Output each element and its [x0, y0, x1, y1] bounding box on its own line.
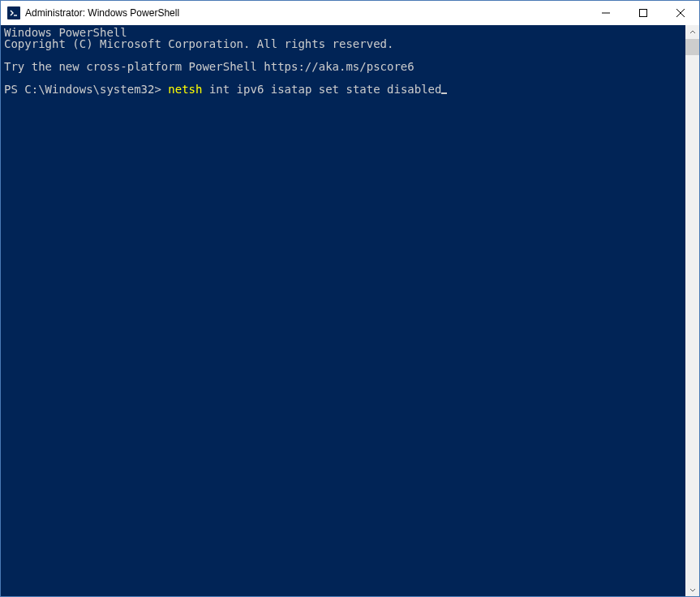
cursor	[441, 92, 447, 94]
command-highlight: netsh	[168, 83, 202, 96]
hint-line: Try the new cross-platform PowerShell ht…	[4, 60, 414, 73]
scroll-thumb[interactable]	[685, 39, 699, 55]
close-button[interactable]	[662, 1, 699, 25]
maximize-button[interactable]	[625, 1, 662, 25]
titlebar[interactable]: Administrator: Windows PowerShell	[1, 1, 699, 25]
command-rest: int ipv6 isatap set state disabled	[202, 83, 441, 96]
prompt: PS C:\Windows\system32>	[4, 83, 168, 96]
scroll-down-button[interactable]	[685, 582, 699, 596]
powershell-window: Administrator: Windows PowerShell Window…	[0, 0, 700, 597]
powershell-icon	[7, 6, 20, 19]
vertical-scrollbar[interactable]	[685, 25, 699, 596]
scroll-up-button[interactable]	[685, 25, 699, 39]
terminal-area: Windows PowerShell Copyright (C) Microso…	[1, 25, 699, 596]
minimize-button[interactable]	[587, 1, 625, 25]
window-title: Administrator: Windows PowerShell	[25, 7, 179, 19]
svg-rect-2	[640, 10, 647, 17]
scroll-track[interactable]	[685, 39, 699, 582]
terminal[interactable]: Windows PowerShell Copyright (C) Microso…	[1, 25, 685, 596]
header-line-2: Copyright (C) Microsoft Corporation. All…	[4, 37, 393, 50]
window-controls	[587, 1, 699, 25]
